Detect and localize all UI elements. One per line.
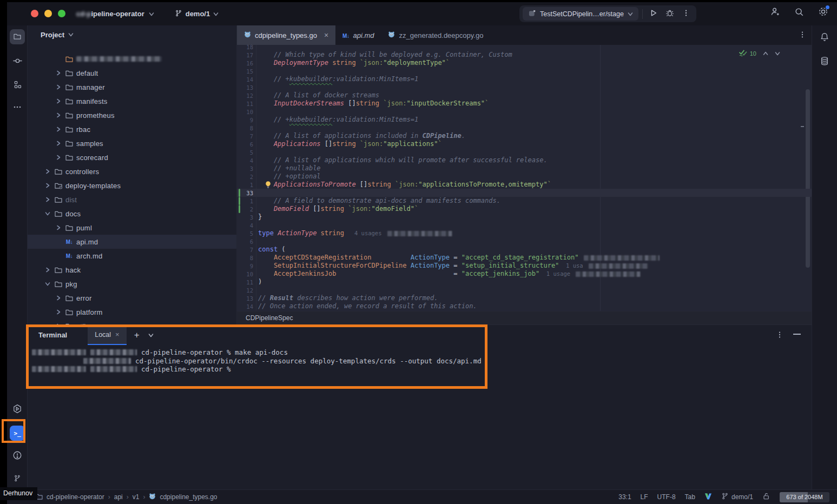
status-breadcrumb-cd-pipeline-operator[interactable]: cd-pipeline-operator xyxy=(47,493,104,501)
chevron-right-icon[interactable] xyxy=(53,98,64,104)
run-configuration-selector[interactable]: TestSetCDPipelin…er/stage xyxy=(523,7,638,21)
code-line-11[interactable]: 11 InputDockerStreams []string `json:"in… xyxy=(237,100,812,108)
chevron-right-icon[interactable] xyxy=(53,225,64,230)
code-line-6[interactable]: 6 xyxy=(237,237,812,246)
editor-tab-zz_generated.deepcopy.go[interactable]: zz_generated.deepcopy.go xyxy=(381,25,490,45)
tab-options-button[interactable] xyxy=(799,30,806,41)
tree-item-default[interactable]: default xyxy=(28,66,236,80)
editor-tab-cdpipeline_types.go[interactable]: cdpipeline_types.go× xyxy=(237,25,335,45)
code-line-6[interactable]: 6 Applications []string `json:"applicati… xyxy=(237,140,812,148)
tree-item-manifests[interactable]: manifests xyxy=(28,94,236,108)
settings-button[interactable] xyxy=(818,6,828,19)
code-line-12[interactable]: 12 xyxy=(237,286,812,294)
code-line-8[interactable]: 8 xyxy=(237,124,812,132)
code-line-2[interactable]: 2 DemoField []string `json:"demoField"` xyxy=(237,205,812,213)
terminal-dropdown-button[interactable] xyxy=(148,333,154,338)
terminal-tab-local[interactable]: Local × xyxy=(88,325,126,345)
more-run-options-button[interactable] xyxy=(679,7,693,21)
chevron-right-icon[interactable] xyxy=(42,169,53,174)
code-line-5[interactable]: 5 xyxy=(237,148,812,156)
project-tool-button[interactable] xyxy=(10,29,25,44)
status-breadcrumb-cdpipeline_types.go[interactable]: cdpipeline_types.go xyxy=(160,493,217,501)
tree-item-samples[interactable]: samples xyxy=(28,136,236,150)
status-breadcrumb-api[interactable]: api xyxy=(114,493,123,501)
code-line-14[interactable]: 14 // +kubebuilder:validation:MinItems=1 xyxy=(237,75,812,83)
tree-item-pkg[interactable]: pkg xyxy=(28,277,236,291)
notifications-button[interactable] xyxy=(820,32,829,44)
tree-item-docs[interactable]: docs xyxy=(28,207,236,221)
chevron-right-icon[interactable] xyxy=(53,70,64,76)
code-line-5[interactable]: 5type ActionType string 4 usages xyxy=(237,229,812,237)
code-line-9[interactable]: 9 SetupInitialStructureForCDPipeline Act… xyxy=(237,262,812,270)
line-separator-widget[interactable]: LF xyxy=(641,493,648,501)
chevron-down-icon[interactable] xyxy=(68,32,74,37)
tree-item-dist[interactable]: dist xyxy=(28,193,236,207)
code-editor[interactable]: 10 1817 // Which type of kind will be de… xyxy=(237,45,812,311)
memory-indicator[interactable]: 673 of 2048M xyxy=(780,492,829,502)
run-tool-button[interactable] xyxy=(10,402,25,417)
tree-item-deploy-templates[interactable]: deploy-templates xyxy=(28,178,236,193)
close-tab-icon[interactable]: × xyxy=(324,31,328,39)
code-line-7[interactable]: 7 // A list of applications included in … xyxy=(237,132,812,140)
database-tool-button[interactable] xyxy=(820,56,829,68)
chevron-right-icon[interactable] xyxy=(53,127,64,132)
code-line-33[interactable]: 33 xyxy=(237,189,812,197)
new-terminal-button[interactable]: + xyxy=(134,330,140,341)
code-line-10[interactable]: 10 xyxy=(237,108,812,116)
chevron-right-icon[interactable] xyxy=(53,309,64,315)
encoding-widget[interactable]: UTF-8 xyxy=(657,493,676,501)
code-line-4[interactable]: 4 xyxy=(237,221,812,229)
tree-item-puml[interactable]: puml xyxy=(28,221,236,235)
terminal-tool-button[interactable]: >_ xyxy=(10,426,25,441)
tree-item-rbac[interactable]: rbac xyxy=(28,122,236,136)
tree-item-blurred[interactable] xyxy=(28,52,236,66)
tree-item-prometheus[interactable]: prometheus xyxy=(28,108,236,122)
close-window-button[interactable] xyxy=(31,10,38,17)
debug-button[interactable] xyxy=(663,7,677,21)
code-line-13[interactable]: 13 xyxy=(237,83,812,91)
tree-item-scorecard[interactable]: scorecard xyxy=(28,150,236,164)
terminal-panel-title[interactable]: Terminal xyxy=(38,331,67,339)
code-line-1[interactable]: 1 ApplicationsToPromote []string `json:"… xyxy=(237,181,812,189)
chevron-right-icon[interactable] xyxy=(42,197,53,202)
chevron-down-icon[interactable] xyxy=(42,211,53,216)
tree-item-api.md[interactable]: M↓api.md xyxy=(28,235,236,249)
code-line-18[interactable]: 18 xyxy=(237,45,812,51)
tree-item-arch.md[interactable]: M↓arch.md xyxy=(28,249,236,263)
chevron-right-icon[interactable] xyxy=(42,267,53,273)
zoom-window-button[interactable] xyxy=(58,10,65,17)
ideavim-widget[interactable] xyxy=(704,493,712,502)
code-with-me-button[interactable] xyxy=(770,6,780,19)
status-breadcrumb-v1[interactable]: v1 xyxy=(133,493,140,501)
code-line-10[interactable]: 10 AcceptJenkinsJob = "accept_jenkins_jo… xyxy=(237,270,812,278)
hide-terminal-button[interactable] xyxy=(793,334,801,335)
tree-item-controllers[interactable]: controllers xyxy=(28,164,236,178)
editor-tab-api.md[interactable]: M↓api.md xyxy=(335,25,381,45)
code-line-17[interactable]: 17 // Which type of kind will be deploye… xyxy=(237,51,812,59)
code-line-1[interactable]: 1 // A field to demonstrate api-docs and… xyxy=(237,197,812,205)
project-widget[interactable]: cd-pipeline-operator xyxy=(76,10,154,18)
more-tool-windows-button[interactable] xyxy=(10,101,25,116)
breadcrumb[interactable]: CDPipelineSpec xyxy=(246,314,293,322)
commit-tool-button[interactable] xyxy=(10,54,25,69)
minimize-window-button[interactable] xyxy=(44,10,52,17)
code-line-13[interactable]: 13// Result describes how action were pe… xyxy=(237,294,812,302)
vcs-branch-widget[interactable]: demo/1 xyxy=(175,9,219,19)
terminal-output[interactable]: cd-pipeline-operator % make api-docscd-p… xyxy=(28,345,812,374)
code-line-16[interactable]: 16 DeploymentType string `json:"deployme… xyxy=(237,59,812,67)
tree-item-hack[interactable]: hack xyxy=(28,263,236,277)
structure-tool-button[interactable] xyxy=(10,78,25,93)
code-line-2[interactable]: 2 // +optional xyxy=(237,173,812,181)
lock-widget[interactable] xyxy=(762,492,770,502)
code-line-15[interactable]: 15 xyxy=(237,67,812,75)
status-branch-widget[interactable]: demo/1 xyxy=(721,492,753,502)
code-line-9[interactable]: 9 // +kubebuilder:validation:MinItems=1 xyxy=(237,116,812,124)
code-line-4[interactable]: 4 // A list of applications which will p… xyxy=(237,156,812,164)
run-button[interactable] xyxy=(647,7,661,21)
tree-item-manager[interactable]: manager xyxy=(28,80,236,94)
code-line-8[interactable]: 8 AcceptCDStageRegistration ActionType =… xyxy=(237,254,812,262)
chevron-right-icon[interactable] xyxy=(53,295,64,301)
tree-item-util[interactable]: util xyxy=(28,319,236,324)
chevron-right-icon[interactable] xyxy=(42,183,53,188)
tree-item-platform[interactable]: platform xyxy=(28,305,236,319)
